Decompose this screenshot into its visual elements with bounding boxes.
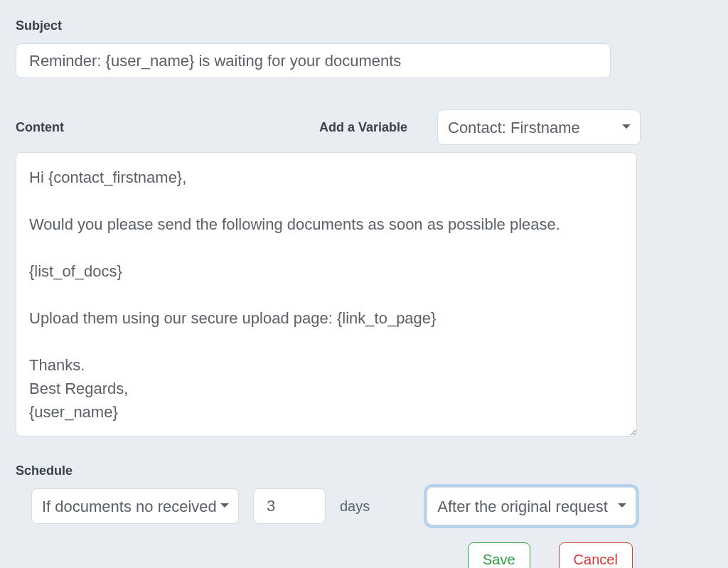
cancel-button[interactable]: Cancel xyxy=(559,542,633,568)
content-textarea[interactable] xyxy=(16,152,637,436)
subject-input[interactable] xyxy=(16,43,611,78)
save-button[interactable]: Save xyxy=(468,542,530,568)
schedule-condition-select[interactable]: If documents no received xyxy=(31,488,239,524)
variable-select[interactable]: Contact: Firstname xyxy=(437,109,641,145)
subject-label: Subject xyxy=(16,18,712,33)
add-variable-label: Add a Variable xyxy=(319,120,407,135)
schedule-timing-select[interactable]: After the original request xyxy=(427,487,636,525)
content-label: Content xyxy=(16,120,64,135)
schedule-days-input[interactable] xyxy=(253,488,326,524)
days-label: days xyxy=(340,498,370,515)
schedule-label: Schedule xyxy=(16,463,712,478)
